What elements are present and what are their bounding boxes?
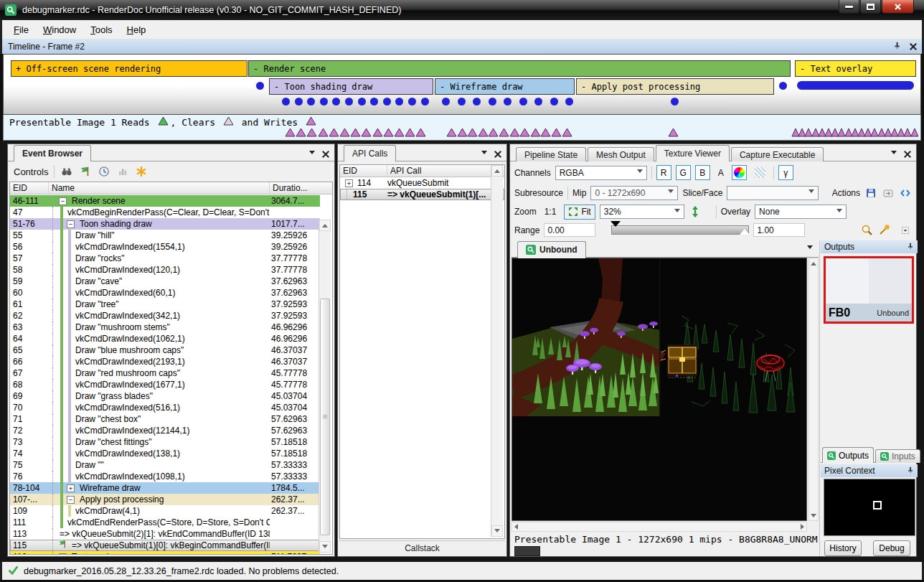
- draw-event-dot[interactable]: [534, 98, 542, 105]
- draw-event-dot[interactable]: [565, 98, 573, 105]
- event-row-56[interactable]: 56vkCmdDrawIndexed(1554,1)39.25926: [10, 241, 320, 253]
- texture-display[interactable]: [512, 258, 807, 521]
- draw-event-dot[interactable]: [519, 98, 527, 105]
- menu-help[interactable]: Help: [120, 22, 154, 37]
- scroll-left-icon[interactable]: [512, 524, 518, 530]
- collapse-icon[interactable]: −: [67, 220, 75, 228]
- texture-list-dropdown-icon[interactable]: [807, 245, 813, 252]
- open-texture-list-icon[interactable]: [899, 187, 912, 200]
- write-marker-icon[interactable]: [361, 127, 372, 140]
- write-marker-icon[interactable]: [562, 127, 572, 140]
- write-marker-icon[interactable]: [509, 127, 520, 140]
- event-row-59[interactable]: 59Draw "cave"37.62963: [10, 276, 320, 287]
- draw-event-dot[interactable]: [395, 98, 403, 105]
- draw-event-dot[interactable]: [408, 98, 416, 105]
- draw-event-dot[interactable]: [473, 98, 481, 105]
- write-marker-icon[interactable]: [296, 127, 306, 140]
- draw-event-dot[interactable]: [370, 98, 378, 105]
- draw-event-dot[interactable]: [358, 98, 366, 105]
- scroll-up-icon[interactable]: [809, 258, 818, 268]
- custom-display-button[interactable]: [732, 165, 747, 180]
- column-name[interactable]: Name: [49, 182, 270, 194]
- texture-vertical-scrollbar[interactable]: [808, 258, 819, 521]
- write-marker-icon[interactable]: [415, 127, 426, 140]
- write-marker-icon[interactable]: [383, 127, 394, 140]
- event-browser-close-icon[interactable]: [322, 151, 329, 157]
- tab-mesh-output[interactable]: Mesh Output: [588, 147, 654, 161]
- write-marker-icon[interactable]: [540, 127, 551, 140]
- autofit-wand-icon[interactable]: [877, 224, 890, 237]
- column-duration[interactable]: Duratio...: [270, 182, 332, 194]
- event-row-55[interactable]: 55Draw "hill"39.25926: [10, 230, 320, 241]
- menu-file[interactable]: File: [6, 22, 36, 37]
- timeline-close-icon[interactable]: [910, 43, 916, 50]
- find-event-icon[interactable]: [60, 165, 73, 178]
- event-row-72[interactable]: 72vkCmdDrawIndexed(12144,1)57.62963: [10, 425, 320, 436]
- draw-event-dot[interactable]: [332, 98, 340, 105]
- minimize-button[interactable]: [839, 0, 859, 14]
- event-row-65[interactable]: 65Draw "blue mushroom caps"46.37037: [10, 344, 320, 356]
- zoom-range-icon[interactable]: [860, 224, 873, 237]
- draw-event-dot[interactable]: [421, 98, 429, 105]
- menu-window[interactable]: Window: [36, 22, 83, 37]
- draw-event-dot[interactable]: [383, 98, 391, 105]
- draw-event-dot[interactable]: [442, 98, 450, 105]
- draw-event-dot[interactable]: [345, 98, 353, 105]
- zoom-select[interactable]: 32%: [600, 205, 684, 219]
- scroll-right-icon[interactable]: [801, 524, 807, 530]
- scroll-down-icon[interactable]: [319, 541, 331, 553]
- zoom-1-1-button[interactable]: 1:1: [541, 205, 560, 220]
- tab-capture-executable[interactable]: Capture Executable: [731, 147, 824, 161]
- event-row-70[interactable]: 70vkCmdDrawIndexed(516,1)45.03704: [10, 402, 320, 413]
- write-marker-icon[interactable]: [306, 127, 317, 140]
- event-row-57[interactable]: 57Draw "rocks"37.77778: [10, 253, 320, 264]
- expand-icon[interactable]: +: [345, 179, 353, 187]
- write-marker-icon[interactable]: [530, 127, 541, 140]
- write-marker-icon[interactable]: [405, 127, 415, 140]
- write-marker-icon[interactable]: [446, 127, 457, 140]
- event-row-60[interactable]: 60vkCmdDrawIndexed(60,1)37.62963: [10, 287, 320, 299]
- event-row-75[interactable]: 75Draw ""57.33333: [10, 459, 320, 471]
- bookmark-flag-icon[interactable]: [79, 165, 92, 178]
- event-row-107[interactable]: 107-...−Apply post processing262.37...: [10, 494, 320, 505]
- output-thumbnail-fb0[interactable]: FB0 Unbound: [824, 256, 914, 324]
- write-marker-icon[interactable]: [488, 127, 499, 140]
- write-marker-icon[interactable]: [499, 127, 509, 140]
- expand-icon[interactable]: +: [67, 484, 75, 492]
- zoom-fit-button[interactable]: Fit: [564, 205, 595, 220]
- event-row-111[interactable]: 111vkCmdEndRenderPass(C=Store, D=Store, …: [10, 517, 320, 528]
- column-eid[interactable]: EID: [340, 165, 387, 177]
- callstack-bar[interactable]: Callstack: [339, 540, 505, 555]
- pixel-context-view[interactable]: [824, 479, 915, 536]
- channel-blue-button[interactable]: B: [695, 165, 710, 180]
- draw-event-dot[interactable]: [671, 98, 679, 105]
- event-row-68[interactable]: 68vkCmdDrawIndexed(1677,1)45.77778: [10, 379, 320, 390]
- event-row-58[interactable]: 58vkCmdDrawIndexed(120,1)37.77778: [10, 264, 320, 276]
- event-row-46-111[interactable]: 46-111−Render scene3064.7...: [10, 195, 320, 207]
- event-row-73[interactable]: 73Draw "chest fittings"57.18518: [10, 436, 320, 448]
- history-button[interactable]: History: [824, 540, 862, 556]
- draw-event-dot[interactable]: [307, 98, 315, 105]
- api-row-115[interactable]: 115=> vkQueueSubmit(1)[...: [340, 189, 504, 200]
- event-row-116[interactable]: 116-...+Text overlay511.7037: [10, 551, 320, 554]
- scroll-up-icon[interactable]: [491, 165, 503, 177]
- tab-outputs[interactable]: Outputs: [822, 447, 874, 463]
- options-star-icon[interactable]: [135, 165, 148, 178]
- tab-unbound-texture[interactable]: Unbound: [517, 241, 586, 258]
- dock-menu-icon[interactable]: [309, 151, 315, 157]
- channel-alpha-button[interactable]: A: [715, 165, 727, 180]
- scrollbar-thumb[interactable]: [320, 299, 330, 535]
- write-marker-icon[interactable]: [457, 127, 468, 140]
- event-row-113[interactable]: 113=> vkQueueSubmit(2)[1]: vkEndCommandB…: [10, 528, 320, 540]
- close-button[interactable]: [882, 0, 914, 14]
- pin-icon[interactable]: [907, 466, 914, 476]
- tab-inputs[interactable]: Inputs: [875, 449, 920, 463]
- write-marker-icon[interactable]: [910, 127, 919, 140]
- api-calls-close-icon[interactable]: [494, 151, 501, 157]
- event-row-71[interactable]: 71Draw "chest box"57.62963: [10, 413, 320, 425]
- tab-texture-viewer[interactable]: Texture Viewer: [656, 145, 730, 161]
- range-max-input[interactable]: 1.00: [753, 223, 805, 237]
- draw-event-dot[interactable]: [779, 82, 787, 90]
- draw-event-dot[interactable]: [256, 82, 264, 90]
- range-options-icon[interactable]: [899, 224, 912, 237]
